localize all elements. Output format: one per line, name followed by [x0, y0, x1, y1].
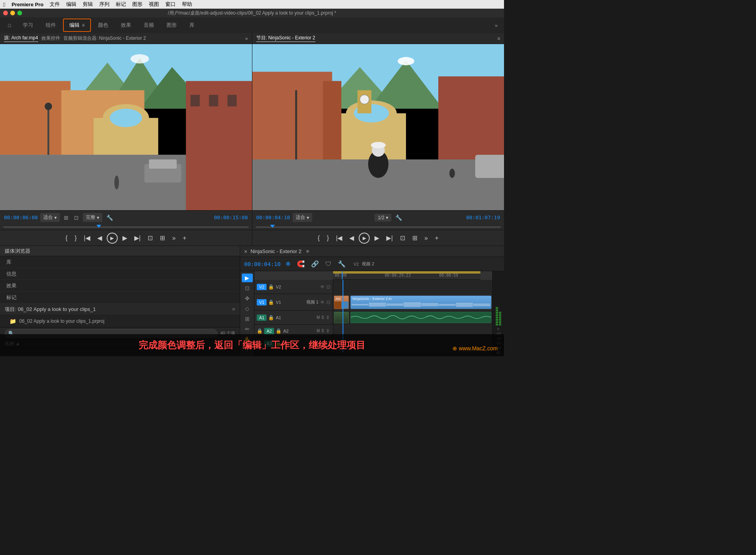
- program-btn-go-in[interactable]: |◀: [334, 233, 345, 243]
- sidebar-item-info[interactable]: 信息: [0, 268, 240, 280]
- tool-ripple[interactable]: ⊡: [242, 284, 253, 292]
- timeline-ruler[interactable]: 00:00 00:00:29:23 00:00:59: [254, 271, 492, 280]
- source-fit-dropdown[interactable]: 适合 ▾: [40, 213, 60, 222]
- track-a1-mic[interactable]: 🎙: [326, 315, 330, 320]
- track-a1-content[interactable]: [333, 311, 492, 325]
- program-btn-mark-in[interactable]: {: [315, 233, 322, 243]
- source-playhead-area[interactable]: [0, 224, 252, 230]
- home-button[interactable]: ⌂: [3, 19, 16, 31]
- nav-color[interactable]: 颜色: [93, 19, 114, 31]
- nav-learn[interactable]: 学习: [17, 19, 39, 31]
- nav-effects[interactable]: 效果: [115, 19, 137, 31]
- source-ctrl-icon2[interactable]: ⊡: [72, 214, 80, 222]
- track-a2-s[interactable]: S: [321, 329, 324, 333]
- source-btn-mark-out[interactable]: }: [72, 233, 79, 243]
- source-btn-go-in[interactable]: |◀: [82, 233, 93, 243]
- timeline-snap-btn[interactable]: ❄: [284, 259, 292, 268]
- program-btn-mark-out[interactable]: }: [324, 233, 331, 243]
- source-btn-go-out[interactable]: ▶|: [132, 233, 143, 243]
- source-btn-add[interactable]: +: [180, 233, 189, 243]
- program-timecode[interactable]: 00:00:04:10: [256, 215, 290, 220]
- program-fit-dropdown[interactable]: 适合 ▾: [293, 213, 312, 222]
- program-btn-step-fwd[interactable]: ▶: [372, 233, 382, 243]
- program-btn-play[interactable]: ▶: [359, 233, 370, 244]
- timeline-wrench-btn[interactable]: 🔧: [336, 259, 347, 268]
- track-v2-ctrl[interactable]: ⊡: [326, 284, 330, 290]
- nav-edit[interactable]: 编辑 ≡: [63, 18, 91, 32]
- source-ctrl-icon1[interactable]: ⊞: [62, 214, 70, 222]
- sidebar-item-effects[interactable]: 效果: [0, 280, 240, 292]
- source-btn-play[interactable]: ▶: [107, 233, 118, 244]
- track-v2-lock[interactable]: 🔒: [268, 284, 274, 290]
- track-a2-lock[interactable]: 🔒: [257, 328, 263, 334]
- menu-window[interactable]: 窗口: [165, 1, 176, 8]
- tool-move[interactable]: ✥: [242, 294, 253, 303]
- timeline-magnet-btn[interactable]: 🧲: [295, 259, 306, 268]
- source-settings-icon[interactable]: 🔧: [105, 214, 115, 222]
- source-btn-overwrite[interactable]: ⊞: [158, 233, 167, 243]
- maximize-button[interactable]: [17, 11, 22, 15]
- tool-pen[interactable]: ✏: [242, 325, 253, 333]
- source-tab-source[interactable]: 源: Arch far.mp4: [4, 35, 38, 42]
- program-btn-extract[interactable]: ⊞: [410, 233, 420, 243]
- track-v2-content[interactable]: [333, 280, 492, 295]
- menu-clip[interactable]: 剪辑: [83, 1, 93, 8]
- program-playhead-area[interactable]: [252, 224, 504, 230]
- track-a2-m[interactable]: M: [317, 329, 320, 333]
- project-menu-icon[interactable]: ≡: [232, 306, 235, 312]
- nav-assembly[interactable]: 组件: [40, 19, 61, 31]
- window-controls[interactable]: [3, 11, 22, 15]
- nav-graphics[interactable]: 图形: [161, 19, 182, 31]
- track-a2-mic[interactable]: 🎙: [326, 328, 330, 334]
- source-btn-mark-in[interactable]: {: [63, 233, 70, 243]
- nav-audio[interactable]: 音频: [138, 19, 159, 31]
- sidebar-item-library[interactable]: 库: [0, 256, 240, 268]
- source-btn-step-back[interactable]: ◀: [95, 233, 104, 243]
- track-v1-ctrl[interactable]: ⊡: [326, 300, 330, 305]
- source-expand-icon[interactable]: »: [245, 36, 248, 41]
- sidebar-item-markers[interactable]: 标记: [0, 292, 240, 303]
- track-a1-s[interactable]: S: [321, 315, 324, 320]
- timeline-close-icon[interactable]: ×: [244, 248, 247, 255]
- track-a1-lock[interactable]: 🔒: [268, 315, 274, 320]
- menu-view[interactable]: 视图: [149, 1, 159, 8]
- menu-edit[interactable]: 编辑: [66, 1, 76, 8]
- source-tab-audiomixer[interactable]: 音频剪辑混合器: NinjaSonic - Exterior 2: [63, 35, 146, 42]
- tool-slip[interactable]: ⊞: [242, 314, 253, 323]
- nav-library[interactable]: 库: [184, 19, 200, 31]
- program-btn-go-out[interactable]: ▶|: [384, 233, 395, 243]
- program-quality-dropdown[interactable]: 1/2 ▾: [374, 214, 391, 222]
- track-v1-eye[interactable]: 👁: [320, 300, 325, 305]
- source-btn-insert[interactable]: ⊡: [145, 233, 155, 243]
- menu-help[interactable]: 帮助: [182, 1, 192, 8]
- source-timecode[interactable]: 00:00:06:08: [4, 215, 38, 220]
- timeline-linked-btn[interactable]: 🔗: [309, 259, 321, 268]
- tool-select[interactable]: ▶: [242, 274, 253, 282]
- timeline-timecode[interactable]: 00:00:04:10: [244, 261, 281, 267]
- program-btn-lift[interactable]: ⊡: [398, 233, 408, 243]
- program-btn-more[interactable]: »: [422, 233, 430, 243]
- program-btn-step-back[interactable]: ◀: [347, 233, 356, 243]
- source-btn-more[interactable]: »: [170, 233, 178, 243]
- clip-ninjasonic[interactable]: NinjaSonic - Exterior 2.m: [350, 296, 491, 309]
- track-v2-eye[interactable]: 👁: [320, 284, 325, 290]
- source-quality-dropdown[interactable]: 完整 ▾: [83, 213, 102, 222]
- apple-logo[interactable]: : [3, 1, 5, 8]
- program-settings-icon[interactable]: 🔧: [394, 214, 404, 222]
- timeline-shield-btn[interactable]: 🛡: [324, 260, 333, 268]
- tool-razor[interactable]: ◇: [242, 304, 253, 313]
- close-button[interactable]: [3, 11, 8, 15]
- menu-marker[interactable]: 标记: [116, 1, 126, 8]
- timeline-menu-icon[interactable]: ≡: [306, 248, 309, 254]
- track-v1-lock[interactable]: 🔒: [268, 300, 274, 305]
- track-a2-lock2[interactable]: 🔒: [276, 328, 282, 334]
- menu-graphic[interactable]: 图形: [132, 1, 143, 8]
- source-tab-effects[interactable]: 效果控件: [41, 35, 60, 42]
- program-btn-add[interactable]: +: [433, 233, 441, 243]
- audio-clip-arc[interactable]: [334, 312, 349, 323]
- program-menu-icon[interactable]: ≡: [497, 36, 500, 41]
- menu-file[interactable]: 文件: [50, 1, 60, 8]
- track-a1-m[interactable]: M: [317, 315, 320, 320]
- more-workspaces-button[interactable]: »: [492, 22, 501, 28]
- track-v1-content[interactable]: Arc NinjaSonic - Exterior: [333, 294, 492, 311]
